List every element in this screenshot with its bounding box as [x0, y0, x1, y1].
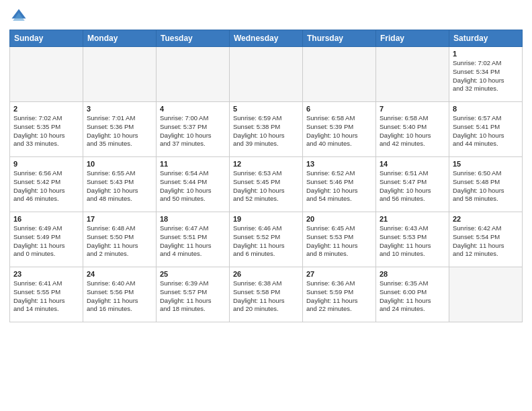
day-number: 16 — [13, 215, 79, 223]
calendar-cell: 1Sunrise: 7:02 AM Sunset: 5:34 PM Daylig… — [449, 47, 523, 102]
day-info: Sunrise: 6:46 AM Sunset: 5:52 PM Dayligh… — [233, 224, 299, 259]
day-info: Sunrise: 6:59 AM Sunset: 5:38 PM Dayligh… — [233, 114, 299, 148]
weekday-header-sunday: Sunday — [10, 30, 83, 47]
day-number: 24 — [87, 270, 152, 278]
calendar-week-row: 1Sunrise: 7:02 AM Sunset: 5:34 PM Daylig… — [10, 47, 523, 102]
day-number: 19 — [233, 215, 299, 223]
weekday-header-tuesday: Tuesday — [157, 30, 230, 47]
day-info: Sunrise: 7:02 AM Sunset: 5:35 PM Dayligh… — [13, 114, 79, 148]
day-number: 6 — [306, 105, 372, 113]
day-info: Sunrise: 6:39 AM Sunset: 5:57 PM Dayligh… — [160, 279, 226, 314]
calendar-cell: 14Sunrise: 6:51 AM Sunset: 5:47 PM Dayli… — [376, 157, 449, 212]
calendar-cell — [157, 47, 230, 102]
day-info: Sunrise: 6:58 AM Sunset: 5:40 PM Dayligh… — [380, 114, 445, 148]
day-info: Sunrise: 6:54 AM Sunset: 5:44 PM Dayligh… — [160, 169, 226, 203]
day-number: 3 — [87, 105, 152, 113]
day-info: Sunrise: 6:45 AM Sunset: 5:53 PM Dayligh… — [306, 224, 372, 259]
day-number: 23 — [13, 270, 79, 278]
day-number: 25 — [160, 270, 226, 278]
calendar-cell: 28Sunrise: 6:35 AM Sunset: 6:00 PM Dayli… — [376, 267, 449, 322]
calendar-cell: 25Sunrise: 6:39 AM Sunset: 5:57 PM Dayli… — [157, 267, 230, 322]
day-info: Sunrise: 7:01 AM Sunset: 5:36 PM Dayligh… — [87, 114, 152, 148]
calendar-cell: 22Sunrise: 6:42 AM Sunset: 5:54 PM Dayli… — [449, 212, 523, 267]
day-number: 28 — [380, 270, 445, 278]
day-number: 21 — [380, 215, 445, 223]
calendar-cell: 21Sunrise: 6:43 AM Sunset: 5:53 PM Dayli… — [376, 212, 449, 267]
calendar-cell: 4Sunrise: 7:00 AM Sunset: 5:37 PM Daylig… — [157, 102, 230, 157]
calendar-cell: 9Sunrise: 6:56 AM Sunset: 5:42 PM Daylig… — [10, 157, 83, 212]
day-number: 1 — [453, 50, 519, 58]
day-number: 7 — [380, 105, 445, 113]
day-info: Sunrise: 6:51 AM Sunset: 5:47 PM Dayligh… — [380, 169, 445, 203]
calendar-week-row: 9Sunrise: 6:56 AM Sunset: 5:42 PM Daylig… — [10, 157, 523, 212]
calendar-table: SundayMondayTuesdayWednesdayThursdayFrid… — [9, 30, 523, 322]
logo — [9, 7, 31, 26]
day-number: 17 — [87, 215, 152, 223]
calendar-cell — [449, 267, 523, 322]
calendar-cell — [10, 47, 83, 102]
weekday-header-monday: Monday — [83, 30, 157, 47]
calendar-cell: 24Sunrise: 6:40 AM Sunset: 5:56 PM Dayli… — [83, 267, 157, 322]
day-info: Sunrise: 6:47 AM Sunset: 5:51 PM Dayligh… — [160, 224, 226, 259]
calendar-cell: 10Sunrise: 6:55 AM Sunset: 5:43 PM Dayli… — [83, 157, 157, 212]
day-info: Sunrise: 6:55 AM Sunset: 5:43 PM Dayligh… — [87, 169, 152, 203]
day-number: 15 — [453, 160, 519, 168]
day-number: 10 — [87, 160, 152, 168]
calendar-cell — [83, 47, 157, 102]
day-number: 4 — [160, 105, 226, 113]
header — [9, 7, 523, 26]
day-info: Sunrise: 6:41 AM Sunset: 5:55 PM Dayligh… — [13, 279, 79, 314]
logo-icon — [9, 7, 28, 26]
day-info: Sunrise: 6:42 AM Sunset: 5:54 PM Dayligh… — [453, 224, 519, 259]
calendar-cell — [230, 47, 303, 102]
day-number: 5 — [233, 105, 299, 113]
day-info: Sunrise: 7:02 AM Sunset: 5:34 PM Dayligh… — [453, 59, 519, 93]
day-info: Sunrise: 6:50 AM Sunset: 5:48 PM Dayligh… — [453, 169, 519, 203]
calendar-cell — [303, 47, 376, 102]
calendar-cell: 6Sunrise: 6:58 AM Sunset: 5:39 PM Daylig… — [303, 102, 376, 157]
calendar-header: SundayMondayTuesdayWednesdayThursdayFrid… — [10, 30, 523, 47]
day-number: 20 — [306, 215, 372, 223]
day-info: Sunrise: 6:35 AM Sunset: 6:00 PM Dayligh… — [380, 279, 445, 314]
day-number: 8 — [453, 105, 519, 113]
day-info: Sunrise: 6:56 AM Sunset: 5:42 PM Dayligh… — [13, 169, 79, 203]
calendar-cell: 8Sunrise: 6:57 AM Sunset: 5:41 PM Daylig… — [449, 102, 523, 157]
calendar-cell: 3Sunrise: 7:01 AM Sunset: 5:36 PM Daylig… — [83, 102, 157, 157]
calendar-cell — [376, 47, 449, 102]
day-info: Sunrise: 6:48 AM Sunset: 5:50 PM Dayligh… — [87, 224, 152, 259]
day-number: 9 — [13, 160, 79, 168]
day-number: 13 — [306, 160, 372, 168]
weekday-header-row: SundayMondayTuesdayWednesdayThursdayFrid… — [10, 30, 523, 47]
day-number: 27 — [306, 270, 372, 278]
day-info: Sunrise: 6:57 AM Sunset: 5:41 PM Dayligh… — [453, 114, 519, 148]
calendar-cell: 16Sunrise: 6:49 AM Sunset: 5:49 PM Dayli… — [10, 212, 83, 267]
weekday-header-wednesday: Wednesday — [230, 30, 303, 47]
calendar-cell: 7Sunrise: 6:58 AM Sunset: 5:40 PM Daylig… — [376, 102, 449, 157]
day-info: Sunrise: 6:43 AM Sunset: 5:53 PM Dayligh… — [380, 224, 445, 259]
calendar-week-row: 23Sunrise: 6:41 AM Sunset: 5:55 PM Dayli… — [10, 267, 523, 322]
day-info: Sunrise: 6:53 AM Sunset: 5:45 PM Dayligh… — [233, 169, 299, 203]
calendar-body: 1Sunrise: 7:02 AM Sunset: 5:34 PM Daylig… — [10, 47, 523, 322]
weekday-header-friday: Friday — [376, 30, 449, 47]
day-info: Sunrise: 6:36 AM Sunset: 5:59 PM Dayligh… — [306, 279, 372, 314]
day-info: Sunrise: 6:38 AM Sunset: 5:58 PM Dayligh… — [233, 279, 299, 314]
day-number: 2 — [13, 105, 79, 113]
calendar-cell: 15Sunrise: 6:50 AM Sunset: 5:48 PM Dayli… — [449, 157, 523, 212]
weekday-header-saturday: Saturday — [449, 30, 523, 47]
calendar-cell: 17Sunrise: 6:48 AM Sunset: 5:50 PM Dayli… — [83, 212, 157, 267]
day-number: 11 — [160, 160, 226, 168]
calendar-cell: 5Sunrise: 6:59 AM Sunset: 5:38 PM Daylig… — [230, 102, 303, 157]
day-info: Sunrise: 6:49 AM Sunset: 5:49 PM Dayligh… — [13, 224, 79, 259]
calendar-week-row: 16Sunrise: 6:49 AM Sunset: 5:49 PM Dayli… — [10, 212, 523, 267]
day-number: 22 — [453, 215, 519, 223]
day-number: 26 — [233, 270, 299, 278]
calendar-cell: 23Sunrise: 6:41 AM Sunset: 5:55 PM Dayli… — [10, 267, 83, 322]
day-info: Sunrise: 6:40 AM Sunset: 5:56 PM Dayligh… — [87, 279, 152, 314]
calendar-cell: 13Sunrise: 6:52 AM Sunset: 5:46 PM Dayli… — [303, 157, 376, 212]
calendar-cell: 26Sunrise: 6:38 AM Sunset: 5:58 PM Dayli… — [230, 267, 303, 322]
page-container: SundayMondayTuesdayWednesdayThursdayFrid… — [0, 0, 532, 411]
day-number: 14 — [380, 160, 445, 168]
calendar-cell: 11Sunrise: 6:54 AM Sunset: 5:44 PM Dayli… — [157, 157, 230, 212]
calendar-week-row: 2Sunrise: 7:02 AM Sunset: 5:35 PM Daylig… — [10, 102, 523, 157]
calendar-cell: 20Sunrise: 6:45 AM Sunset: 5:53 PM Dayli… — [303, 212, 376, 267]
